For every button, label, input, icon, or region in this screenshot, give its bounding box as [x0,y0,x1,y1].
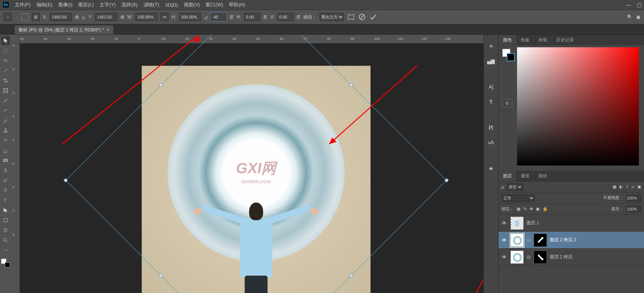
zoom-tool-icon[interactable] [1,236,10,245]
move-tool-icon[interactable] [1,36,10,45]
tab-history[interactable]: 历史记录 [552,35,578,45]
commit-transform-icon[interactable] [369,13,377,21]
lasso-tool-icon[interactable] [1,56,10,65]
window-maximize-icon[interactable]: ▢ [637,2,642,8]
lock-artboard-icon[interactable]: ▣ [536,207,540,211]
ruler-origin[interactable] [11,35,20,44]
y-input[interactable] [95,13,117,21]
tab-color[interactable]: 颜色 [499,35,516,45]
filter-pixel-icon[interactable]: ▦ [613,184,616,189]
document-image[interactable]: GXI网system.com [142,66,371,293]
ruler-vertical[interactable]: 012345678 [11,44,20,293]
warp-mode-icon[interactable] [347,13,355,21]
layer-name[interactable]: 图层 2 拷贝 2 [550,237,576,243]
magic-wand-tool-icon[interactable] [1,66,10,75]
type-tool-icon[interactable]: T [1,196,10,205]
tab-brushes[interactable]: 画笔 [534,35,552,45]
reference-point-icon[interactable] [21,13,29,21]
menu-view[interactable]: 视图(V) [184,1,200,8]
filter-shape-icon[interactable]: ▱ [631,184,634,189]
tab-paths[interactable]: 路径 [534,171,552,181]
menu-edit[interactable]: 编辑(E) [37,1,52,8]
brush-tool-icon[interactable] [1,116,10,125]
layer-thumb[interactable] [510,217,524,230]
marquee-tool-icon[interactable] [1,46,10,55]
layer-mask-thumb[interactable] [534,251,547,264]
fill-input[interactable] [626,206,641,212]
link-mask-icon[interactable]: ⛓ [527,238,531,242]
window-minimize-icon[interactable]: ― [626,2,631,8]
menu-filter[interactable]: 滤镜(T) [144,1,159,8]
transform-handle[interactable] [63,178,68,182]
history-brush-tool-icon[interactable] [1,136,10,145]
transform-tool-icon[interactable]: ↔ [4,13,12,21]
h-input[interactable] [179,13,201,21]
stamp-tool-icon[interactable] [1,126,10,135]
menu-3d[interactable]: 3D(D) [165,2,178,8]
ruler-horizontal[interactable]: 5040302010010203040506070809010011012013… [20,35,483,44]
tab-layers[interactable]: 图层 [499,171,516,181]
eraser-tool-icon[interactable] [1,146,10,155]
arrange-docs-icon[interactable]: ▣ [636,14,640,20]
menu-window[interactable]: 窗口(W) [206,1,223,8]
lock-position-icon[interactable]: ✥ [530,207,533,211]
panel-background-color[interactable] [507,53,515,61]
strip-paragraph-icon[interactable]: ¶ [487,98,495,106]
skew-h-input[interactable] [244,13,260,21]
background-color[interactable] [5,262,10,268]
strip-character-icon[interactable]: A| [487,83,495,91]
gradient-tool-icon[interactable] [1,156,10,165]
menu-type[interactable]: 文字(Y) [100,1,116,8]
w-input[interactable] [135,13,158,21]
filter-smart-icon[interactable]: ▣ [637,184,641,189]
strip-3d-icon[interactable]: ◈ [487,164,495,172]
tab-swatches[interactable]: 色板 [516,35,534,45]
channel-indicator[interactable]: o [502,99,513,107]
strip-histogram-icon[interactable]: ▄▆ [487,57,495,65]
canvas[interactable]: GXI网system.com [20,44,483,293]
strip-styles-icon[interactable]: aA [487,138,495,146]
close-tab-icon[interactable]: × [107,27,110,33]
menu-help[interactable]: 帮助(H) [229,1,245,8]
x-input[interactable] [50,13,72,21]
hand-tool-icon[interactable] [1,226,10,235]
layer-name[interactable]: 图层 1 [527,220,539,226]
layer-row[interactable]: 👁 ⛓ 图层 2 拷贝 2 [499,232,644,249]
shape-tool-icon[interactable] [1,216,10,225]
dodge-tool-icon[interactable] [1,176,10,185]
document-tab[interactable]: 素材.JPG @ 25% (图层 2 拷贝 2, RGB/8*) * × [15,25,113,34]
menu-select[interactable]: 选择(S) [121,1,137,8]
interp-select[interactable]: 两次立方 [320,13,344,21]
tab-channels[interactable]: 通道 [516,171,534,181]
cancel-transform-icon[interactable] [358,13,366,21]
opacity-input[interactable] [626,195,641,201]
rotate-angle-input[interactable] [210,13,227,21]
filter-adjust-icon[interactable]: ◐ [619,184,623,189]
search-icon[interactable]: 🔍 [627,14,633,20]
pen-tool-icon[interactable] [1,186,10,195]
eyedropper-tool-icon[interactable] [1,96,10,105]
layer-row[interactable]: 👁 ⛓ 图层 2 拷贝 [499,249,644,266]
layer-thumb[interactable] [510,234,524,247]
blend-mode-select[interactable]: 正常 [502,194,535,202]
strip-glyphs-icon[interactable]: ℹ¶ [487,123,495,132]
visibility-icon[interactable]: 👁 [502,220,507,226]
menu-layer[interactable]: 图层(L) [78,1,94,8]
visibility-icon[interactable]: 👁 [502,254,507,260]
link-mask-icon[interactable]: ⛓ [527,255,531,259]
layer-name[interactable]: 图层 2 拷贝 [550,254,572,260]
transform-handle[interactable] [445,178,449,182]
color-swatch[interactable] [1,259,10,268]
healing-brush-tool-icon[interactable] [1,106,10,115]
strip-compass-icon[interactable]: ✳ [487,42,495,50]
color-picker-square[interactable] [517,47,639,166]
lock-all-icon[interactable]: 🔒 [543,207,548,211]
visibility-icon[interactable]: 👁 [502,237,507,243]
menu-image[interactable]: 图像(I) [58,1,72,8]
layer-kind-select[interactable]: 类型 [507,183,523,191]
skew-v-input[interactable] [277,13,293,21]
layer-row[interactable]: 👁 图层 1 [499,215,644,232]
path-select-tool-icon[interactable] [1,206,10,215]
relative-position-icon[interactable]: ⊞ [32,13,40,21]
link-wh-icon[interactable]: ⇔ [161,13,169,21]
